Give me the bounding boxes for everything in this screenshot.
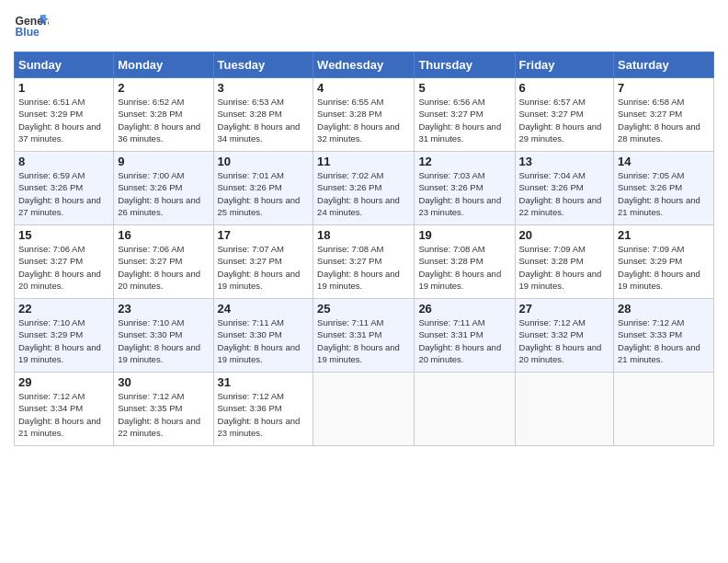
day-detail: Sunrise: 6:56 AMSunset: 3:27 PMDaylight:… (418, 96, 510, 144)
day-detail: Sunrise: 7:00 AMSunset: 3:26 PMDaylight:… (118, 169, 209, 218)
calendar-cell: 7Sunrise: 6:58 AMSunset: 3:27 PMDaylight… (614, 78, 714, 152)
day-detail: Sunrise: 7:06 AMSunset: 3:27 PMDaylight:… (18, 243, 109, 292)
day-number: 2 (118, 81, 209, 95)
calendar-cell: 28Sunrise: 7:12 AMSunset: 3:33 PMDayligh… (614, 299, 714, 373)
day-number: 28 (618, 302, 710, 316)
day-detail: Sunrise: 7:08 AMSunset: 3:27 PMDaylight:… (317, 243, 410, 292)
calendar-cell: 21Sunrise: 7:09 AMSunset: 3:29 PMDayligh… (614, 225, 714, 299)
weekday-header-saturday: Saturday (614, 52, 714, 78)
calendar-cell: 9Sunrise: 7:00 AMSunset: 3:26 PMDaylight… (114, 152, 213, 225)
day-detail: Sunrise: 7:09 AMSunset: 3:29 PMDaylight:… (618, 243, 710, 292)
calendar-cell: 2Sunrise: 6:52 AMSunset: 3:28 PMDaylight… (114, 78, 213, 152)
calendar-cell: 3Sunrise: 6:53 AMSunset: 3:28 PMDaylight… (213, 78, 313, 152)
calendar-cell (313, 373, 415, 446)
day-detail: Sunrise: 7:12 AMSunset: 3:32 PMDaylight:… (519, 316, 610, 365)
day-number: 21 (618, 228, 710, 242)
day-detail: Sunrise: 7:02 AMSunset: 3:26 PMDaylight:… (317, 169, 410, 218)
day-detail: Sunrise: 7:08 AMSunset: 3:28 PMDaylight:… (418, 243, 510, 292)
day-detail: Sunrise: 7:10 AMSunset: 3:30 PMDaylight:… (118, 316, 209, 365)
calendar-cell: 27Sunrise: 7:12 AMSunset: 3:32 PMDayligh… (515, 299, 614, 373)
calendar-cell: 19Sunrise: 7:08 AMSunset: 3:28 PMDayligh… (415, 225, 515, 299)
calendar-cell: 12Sunrise: 7:03 AMSunset: 3:26 PMDayligh… (415, 152, 515, 225)
calendar-cell: 13Sunrise: 7:04 AMSunset: 3:26 PMDayligh… (515, 152, 614, 225)
day-number: 22 (18, 302, 109, 316)
day-number: 12 (418, 155, 510, 168)
day-detail: Sunrise: 6:52 AMSunset: 3:28 PMDaylight:… (118, 96, 209, 144)
calendar-cell: 24Sunrise: 7:11 AMSunset: 3:30 PMDayligh… (213, 299, 313, 373)
day-number: 10 (218, 155, 310, 168)
day-number: 18 (317, 228, 410, 242)
header: General Blue (14, 9, 714, 44)
calendar-week-3: 15Sunrise: 7:06 AMSunset: 3:27 PMDayligh… (15, 225, 714, 299)
calendar-cell (515, 373, 614, 446)
day-detail: Sunrise: 7:04 AMSunset: 3:26 PMDaylight:… (519, 169, 610, 218)
day-detail: Sunrise: 7:11 AMSunset: 3:31 PMDaylight:… (317, 316, 410, 365)
calendar-cell (415, 373, 515, 446)
calendar-cell: 1Sunrise: 6:51 AMSunset: 3:29 PMDaylight… (15, 78, 114, 152)
day-detail: Sunrise: 6:55 AMSunset: 3:28 PMDaylight:… (317, 96, 410, 144)
weekday-header-monday: Monday (114, 52, 213, 78)
day-detail: Sunrise: 7:12 AMSunset: 3:36 PMDaylight:… (218, 390, 310, 439)
calendar-cell (614, 373, 714, 446)
day-number: 27 (519, 302, 610, 316)
day-detail: Sunrise: 7:12 AMSunset: 3:35 PMDaylight:… (118, 390, 209, 439)
calendar-cell: 22Sunrise: 7:10 AMSunset: 3:29 PMDayligh… (15, 299, 114, 373)
weekday-header-tuesday: Tuesday (213, 52, 313, 78)
day-detail: Sunrise: 7:10 AMSunset: 3:29 PMDaylight:… (18, 316, 109, 365)
day-number: 17 (218, 228, 310, 242)
calendar-cell: 11Sunrise: 7:02 AMSunset: 3:26 PMDayligh… (313, 152, 415, 225)
day-number: 30 (118, 375, 209, 389)
logo: General Blue (14, 9, 49, 44)
calendar-cell: 25Sunrise: 7:11 AMSunset: 3:31 PMDayligh… (313, 299, 415, 373)
calendar-cell: 18Sunrise: 7:08 AMSunset: 3:27 PMDayligh… (313, 225, 415, 299)
day-number: 19 (418, 228, 510, 242)
day-number: 25 (317, 302, 410, 316)
day-detail: Sunrise: 7:06 AMSunset: 3:27 PMDaylight:… (118, 243, 209, 292)
day-detail: Sunrise: 7:09 AMSunset: 3:28 PMDaylight:… (519, 243, 610, 292)
weekday-header-wednesday: Wednesday (313, 52, 415, 78)
day-number: 26 (418, 302, 510, 316)
day-detail: Sunrise: 7:11 AMSunset: 3:30 PMDaylight:… (218, 316, 310, 365)
day-number: 11 (317, 155, 410, 168)
day-detail: Sunrise: 6:58 AMSunset: 3:27 PMDaylight:… (618, 96, 710, 144)
day-number: 14 (618, 155, 710, 168)
day-detail: Sunrise: 7:07 AMSunset: 3:27 PMDaylight:… (218, 243, 310, 292)
day-number: 3 (218, 81, 310, 95)
day-number: 8 (18, 155, 109, 168)
day-detail: Sunrise: 6:51 AMSunset: 3:29 PMDaylight:… (18, 96, 109, 144)
day-number: 23 (118, 302, 209, 316)
day-detail: Sunrise: 7:03 AMSunset: 3:26 PMDaylight:… (418, 169, 510, 218)
calendar-cell: 14Sunrise: 7:05 AMSunset: 3:26 PMDayligh… (614, 152, 714, 225)
calendar-cell: 16Sunrise: 7:06 AMSunset: 3:27 PMDayligh… (114, 225, 213, 299)
calendar-cell: 8Sunrise: 6:59 AMSunset: 3:26 PMDaylight… (15, 152, 114, 225)
calendar-week-1: 1Sunrise: 6:51 AMSunset: 3:29 PMDaylight… (15, 78, 714, 152)
day-number: 5 (418, 81, 510, 95)
day-detail: Sunrise: 6:59 AMSunset: 3:26 PMDaylight:… (18, 169, 109, 218)
day-number: 31 (218, 375, 310, 389)
weekday-header-thursday: Thursday (415, 52, 515, 78)
calendar-cell: 26Sunrise: 7:11 AMSunset: 3:31 PMDayligh… (415, 299, 515, 373)
weekday-header-sunday: Sunday (15, 52, 114, 78)
day-detail: Sunrise: 7:12 AMSunset: 3:33 PMDaylight:… (618, 316, 710, 365)
day-number: 4 (317, 81, 410, 95)
calendar-cell: 17Sunrise: 7:07 AMSunset: 3:27 PMDayligh… (213, 225, 313, 299)
day-number: 13 (519, 155, 610, 168)
day-detail: Sunrise: 6:57 AMSunset: 3:27 PMDaylight:… (519, 96, 610, 144)
calendar-week-2: 8Sunrise: 6:59 AMSunset: 3:26 PMDaylight… (15, 152, 714, 225)
day-number: 16 (118, 228, 209, 242)
page: General Blue SundayMondayTuesdayWednesda… (0, 0, 728, 563)
day-number: 7 (618, 81, 710, 95)
calendar-cell: 5Sunrise: 6:56 AMSunset: 3:27 PMDaylight… (415, 78, 515, 152)
calendar-cell: 30Sunrise: 7:12 AMSunset: 3:35 PMDayligh… (114, 373, 213, 446)
day-number: 24 (218, 302, 310, 316)
calendar-week-5: 29Sunrise: 7:12 AMSunset: 3:34 PMDayligh… (15, 373, 714, 446)
logo-icon: General Blue (14, 9, 49, 44)
calendar-cell: 23Sunrise: 7:10 AMSunset: 3:30 PMDayligh… (114, 299, 213, 373)
day-number: 6 (519, 81, 610, 95)
calendar-cell: 4Sunrise: 6:55 AMSunset: 3:28 PMDaylight… (313, 78, 415, 152)
calendar: SundayMondayTuesdayWednesdayThursdayFrid… (14, 52, 714, 446)
day-detail: Sunrise: 7:05 AMSunset: 3:26 PMDaylight:… (618, 169, 710, 218)
day-number: 9 (118, 155, 209, 168)
weekday-header-friday: Friday (515, 52, 614, 78)
calendar-cell: 15Sunrise: 7:06 AMSunset: 3:27 PMDayligh… (15, 225, 114, 299)
